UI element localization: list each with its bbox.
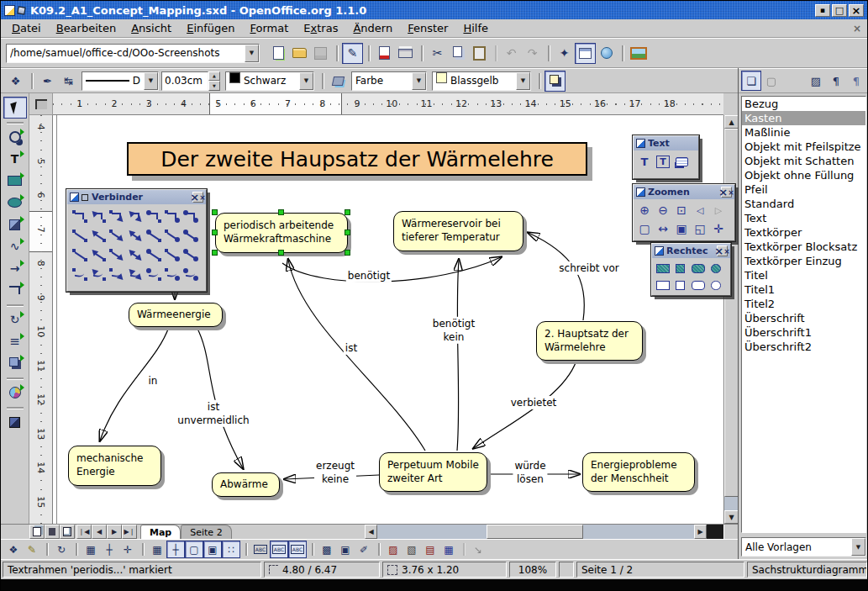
- zoom-status[interactable]: 108%: [509, 562, 556, 578]
- line-color-select[interactable]: Schwarz ▼: [225, 71, 314, 91]
- modify-with-attributes-button[interactable]: [355, 541, 373, 558]
- paste-button[interactable]: [469, 43, 490, 64]
- style-filter-dropdown-button[interactable]: ▼: [851, 538, 865, 556]
- connector-elbow-arrows-icon[interactable]: [126, 207, 145, 226]
- objects3d-tool-button[interactable]: [3, 214, 27, 235]
- connector-line-ist[interactable]: [288, 260, 425, 451]
- concept-node-waermereservoir[interactable]: Wärmereservoir bei tieferer Temperatur: [393, 211, 523, 251]
- object-placeholder-button[interactable]: [439, 541, 458, 558]
- selection-handle[interactable]: [345, 230, 350, 235]
- vertical-ruler[interactable]: 456789101112131415: [29, 115, 53, 524]
- selection-handle[interactable]: [212, 250, 218, 256]
- style-list-item[interactable]: Überschrift2: [742, 340, 865, 354]
- edit-points-button[interactable]: [5, 71, 26, 92]
- contour-placeholder-button[interactable]: [402, 541, 421, 558]
- style-list-item[interactable]: Objekt mit Schatten: [742, 154, 865, 168]
- simple-handles-button[interactable]: [318, 541, 336, 558]
- fill-style-dropdown-button[interactable]: ▼: [412, 72, 426, 90]
- square-button[interactable]: [671, 277, 689, 293]
- first-page-button[interactable]: ❘◀: [76, 525, 92, 539]
- zoom-palette-titlebar[interactable]: Zoomen ×: [634, 185, 734, 199]
- lines-arrows-tool-button[interactable]: [3, 257, 27, 279]
- style-list-item[interactable]: Titel2: [742, 297, 865, 311]
- connector-line-arrow-start-icon[interactable]: [89, 245, 108, 265]
- snap-to-object-border-button[interactable]: [203, 541, 222, 558]
- connector-curve-arrow-end-icon[interactable]: [108, 265, 126, 284]
- previous-page-button[interactable]: ◀: [92, 525, 107, 539]
- connector-curve-dot-end-icon[interactable]: [163, 265, 181, 284]
- edit-file-button[interactable]: [342, 43, 363, 64]
- connector-curve-dot-start-icon[interactable]: [145, 265, 163, 284]
- selection-handle[interactable]: [345, 209, 350, 215]
- zoom-next-button[interactable]: [709, 201, 728, 219]
- fill-color-dropdown-button[interactable]: ▼: [516, 72, 530, 90]
- close-icon[interactable]: ×: [192, 192, 203, 203]
- style-list-item[interactable]: Textkörper Einzug: [742, 254, 865, 268]
- rectangle-button[interactable]: [654, 277, 671, 293]
- last-page-button[interactable]: ▶❘: [122, 525, 137, 539]
- connector-diagonal-dot-end-icon[interactable]: [163, 226, 181, 245]
- show-snap-lines-button[interactable]: [100, 541, 118, 558]
- selection-handle[interactable]: [278, 250, 284, 256]
- select-tool-button[interactable]: [3, 97, 27, 119]
- arrow-style-button[interactable]: [58, 71, 79, 92]
- map-title-box[interactable]: Der zweite Haupsatz der Wärmelehre: [127, 142, 587, 176]
- title-bar[interactable]: K09.2_A1_Concept_Mapping.sxd - OpenOffic…: [1, 1, 867, 19]
- close-document-icon[interactable]: [850, 23, 864, 34]
- rounded-rectangle-button[interactable]: [689, 277, 707, 293]
- zoom-100-button[interactable]: [672, 201, 691, 219]
- zoom-optimal-button[interactable]: [672, 219, 691, 238]
- snap-to-object-points-button[interactable]: [222, 541, 240, 558]
- text-placeholder-button[interactable]: [421, 541, 439, 558]
- menu-aendern[interactable]: Ändern: [345, 20, 400, 36]
- curve-tool-button[interactable]: [3, 235, 27, 257]
- connector-elbow-arrow-start-icon[interactable]: [89, 207, 108, 226]
- close-icon[interactable]: ×: [717, 245, 728, 256]
- style-list-item[interactable]: Textkörper Blocksatz: [742, 240, 865, 254]
- style-list-item[interactable]: Bezug: [742, 97, 865, 111]
- tab-seite-2[interactable]: Seite 2: [181, 525, 231, 539]
- connector-diagonal-dots-icon[interactable]: [181, 226, 200, 245]
- redo-button[interactable]: [522, 43, 543, 64]
- connector-line-dots-icon[interactable]: [181, 245, 200, 265]
- concept-node-hauptsatz[interactable]: 2. Hauptsatz der Wärmelehre: [536, 321, 643, 361]
- selection-handle[interactable]: [345, 250, 350, 256]
- navigator-button[interactable]: [554, 43, 575, 64]
- zoom-in-button[interactable]: [635, 201, 654, 219]
- snap-to-grid-button[interactable]: [148, 541, 166, 558]
- style-list-item[interactable]: Standard: [742, 197, 865, 211]
- line-color-dropdown-button[interactable]: ▼: [299, 72, 313, 90]
- menu-hilfe[interactable]: Hilfe: [455, 20, 496, 36]
- horizontal-scrollbar[interactable]: ◀ ▶: [365, 525, 707, 539]
- line-style-dropdown-button[interactable]: ▼: [144, 72, 158, 90]
- connector-elbow-icon[interactable]: [71, 207, 89, 226]
- style-list-item[interactable]: Text: [742, 211, 865, 225]
- page-mode-button[interactable]: [29, 525, 45, 539]
- show-grid-button[interactable]: [82, 541, 100, 558]
- connector-line-dot-end-icon[interactable]: [163, 245, 181, 265]
- connector-diagonal-arrow-end-icon[interactable]: [108, 226, 126, 245]
- rounded-rectangle-filled-button[interactable]: [689, 260, 707, 277]
- export-pdf-button[interactable]: [374, 43, 395, 64]
- rotation-mode-button[interactable]: [52, 541, 71, 558]
- fill-format-mode-button[interactable]: [806, 71, 826, 91]
- style-list-item[interactable]: Textkörper: [742, 225, 865, 240]
- layer-mode-button[interactable]: [60, 525, 75, 539]
- edge-label-ist-unvermeidlich[interactable]: ist unvermeidlich: [176, 400, 250, 427]
- fit-text-button[interactable]: [654, 152, 672, 171]
- style-list-item[interactable]: Überschrift: [742, 311, 865, 325]
- gallery-button[interactable]: [628, 43, 649, 64]
- style-list-item[interactable]: Überschrift1: [742, 325, 865, 340]
- master-mode-button[interactable]: [45, 525, 60, 539]
- scroll-up-button[interactable]: ▲: [724, 115, 739, 129]
- maximize-button[interactable]: [832, 4, 847, 17]
- edge-label-benoetigt[interactable]: benötigt: [346, 269, 392, 282]
- url-input[interactable]: [7, 45, 245, 62]
- concept-node-waermekraftmaschine[interactable]: periodisch arbeitende Wärmekraftmaschine: [215, 213, 348, 253]
- concept-node-mechanische-energie[interactable]: mechanische Energie: [68, 446, 161, 486]
- quick-edit-button[interactable]: [251, 541, 270, 558]
- ellipse-tool-button[interactable]: [3, 192, 27, 214]
- vertical-scrollbar[interactable]: ▲ ▼: [723, 115, 738, 524]
- style-list-item[interactable]: Titel: [742, 268, 865, 282]
- rectangle-filled-button[interactable]: [654, 260, 671, 277]
